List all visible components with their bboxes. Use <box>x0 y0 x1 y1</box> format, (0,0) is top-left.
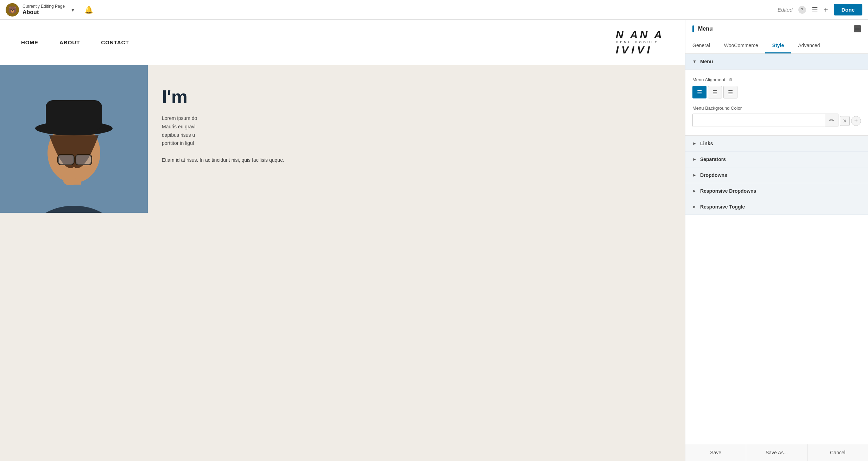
section-menu-label: Menu <box>700 59 713 64</box>
tab-style[interactable]: Style <box>765 38 791 53</box>
section-responsive-toggle-row[interactable]: ► Responsive Toggle <box>685 199 868 215</box>
tab-general[interactable]: General <box>685 38 717 53</box>
done-button[interactable]: Done <box>834 4 863 15</box>
logo-row3: IVIVI <box>616 45 653 55</box>
svg-rect-5 <box>46 100 102 130</box>
minimize-button[interactable]: — <box>854 25 861 32</box>
eyedropper-icon[interactable]: ✏ <box>825 114 838 127</box>
list-icon[interactable]: ☰ <box>812 6 818 14</box>
save-button[interactable]: Save <box>685 444 746 461</box>
hero-section: I'm Lorem ipsum doMauris eu gravidapibus… <box>0 65 685 213</box>
editing-label: Currently Editing Page <box>23 4 65 9</box>
align-right-button[interactable]: ☰ <box>723 86 737 98</box>
save-as-button[interactable]: Save As... <box>746 444 807 461</box>
nav-section: HOME ABOUT CONTACT N AN A MENU MODULE IV… <box>0 20 685 65</box>
menu-section-content: Menu Alignment 🖥 ☰ ☰ ☰ Menu Background C… <box>685 70 868 136</box>
nav-logo: N AN A MENU MODULE IVIVI <box>616 30 664 55</box>
tab-woocommerce[interactable]: WooCommerce <box>717 38 765 53</box>
alignment-buttons: ☰ ☰ ☰ <box>692 86 861 98</box>
page-name: About <box>23 9 65 15</box>
color-input-row: ✏ <box>692 114 838 127</box>
hero-person-svg <box>0 65 148 213</box>
chevron-right-icon: ► <box>692 141 697 146</box>
color-clear-button[interactable]: ✕ <box>840 116 850 126</box>
section-menu-row[interactable]: ▼ Menu <box>685 54 868 70</box>
logo-char: N AN A <box>616 30 664 40</box>
plus-icon[interactable]: + <box>824 5 828 14</box>
chevron-right-icon-2: ► <box>692 157 697 162</box>
panel-footer: Save Save As... Cancel <box>685 444 868 461</box>
color-actions: ✕ + <box>840 116 861 126</box>
align-center-button[interactable]: ☰ <box>708 86 722 98</box>
section-links-row[interactable]: ► Links <box>685 136 868 152</box>
nav-item-about[interactable]: ABOUT <box>59 39 80 45</box>
svg-rect-9 <box>58 155 74 165</box>
dropdown-arrow-icon[interactable]: ▼ <box>70 7 75 13</box>
panel-accent-bar <box>692 25 694 32</box>
help-icon[interactable]: ? <box>798 6 806 14</box>
panel-title: Menu <box>698 26 854 32</box>
alignment-label-text: Menu Alignment <box>692 77 725 82</box>
page-canvas: HOME ABOUT CONTACT N AN A MENU MODULE IV… <box>0 20 685 461</box>
page-title-group: Currently Editing Page About <box>23 4 65 16</box>
section-dropdowns-row[interactable]: ► Dropdowns <box>685 167 868 183</box>
chevron-down-icon: ▼ <box>692 59 697 64</box>
hero-body-p2: Etiam id at risus. In ac tincidunt nisi,… <box>162 156 303 165</box>
section-responsive-dropdowns-label: Responsive Dropdowns <box>700 188 756 194</box>
logo-row2: MENU MODULE <box>616 41 659 44</box>
nav-item-contact[interactable]: CONTACT <box>101 39 129 45</box>
color-input[interactable] <box>693 114 825 127</box>
panel-header: Menu — <box>685 20 868 38</box>
svg-rect-10 <box>76 155 91 165</box>
logo-row1: N AN A <box>616 30 664 40</box>
monitor-icon: 🖥 <box>728 77 733 82</box>
side-panel: Menu — General WooCommerce Style Advance… <box>685 20 868 461</box>
chevron-right-icon-3: ► <box>692 173 697 178</box>
bell-icon[interactable]: 🔔 <box>84 6 93 14</box>
svg-point-11 <box>63 177 77 185</box>
panel-tabs: General WooCommerce Style Advanced <box>685 38 868 54</box>
top-bar: 🐻 Currently Editing Page About ▼ 🔔 Edite… <box>0 0 868 20</box>
color-row-wrapper: ✏ ✕ + <box>692 114 861 128</box>
color-add-button[interactable]: + <box>851 116 861 126</box>
hero-image <box>0 65 148 213</box>
logo-text-block: N AN A MENU MODULE IVIVI <box>616 30 664 55</box>
tab-advanced[interactable]: Advanced <box>791 38 827 53</box>
alignment-field-label: Menu Alignment 🖥 <box>692 77 861 82</box>
top-bar-right: Edited ? ☰ + Done <box>778 4 862 15</box>
hero-body-p1: Lorem ipsum doMauris eu gravidapibus ris… <box>162 114 303 148</box>
cancel-button[interactable]: Cancel <box>807 444 868 461</box>
hero-text-area: I'm Lorem ipsum doMauris eu gravidapibus… <box>148 65 685 213</box>
bear-logo: 🐻 <box>6 3 19 17</box>
panel-content: ▼ Menu Menu Alignment 🖥 ☰ ☰ ☰ Menu Backg… <box>685 54 868 444</box>
logo-char-2: IVIVI <box>616 45 653 55</box>
hero-body: Lorem ipsum doMauris eu gravidapibus ris… <box>162 114 303 165</box>
section-responsive-toggle-label: Responsive Toggle <box>700 204 745 210</box>
bg-color-label: Menu Background Color <box>692 105 861 111</box>
hero-headline: I'm <box>162 86 671 107</box>
nav-item-home[interactable]: HOME <box>21 39 38 45</box>
chevron-right-icon-5: ► <box>692 204 697 209</box>
section-links-label: Links <box>700 141 713 146</box>
section-dropdowns-label: Dropdowns <box>700 172 727 178</box>
section-responsive-dropdowns-row[interactable]: ► Responsive Dropdowns <box>685 183 868 199</box>
chevron-right-icon-4: ► <box>692 188 697 193</box>
align-left-button[interactable]: ☰ <box>692 86 707 98</box>
top-bar-left: 🐻 Currently Editing Page About ▼ 🔔 <box>6 3 778 17</box>
section-separators-label: Separators <box>700 156 726 162</box>
edited-label: Edited <box>778 7 793 13</box>
main-layout: HOME ABOUT CONTACT N AN A MENU MODULE IV… <box>0 20 868 461</box>
section-separators-row[interactable]: ► Separators <box>685 152 868 167</box>
